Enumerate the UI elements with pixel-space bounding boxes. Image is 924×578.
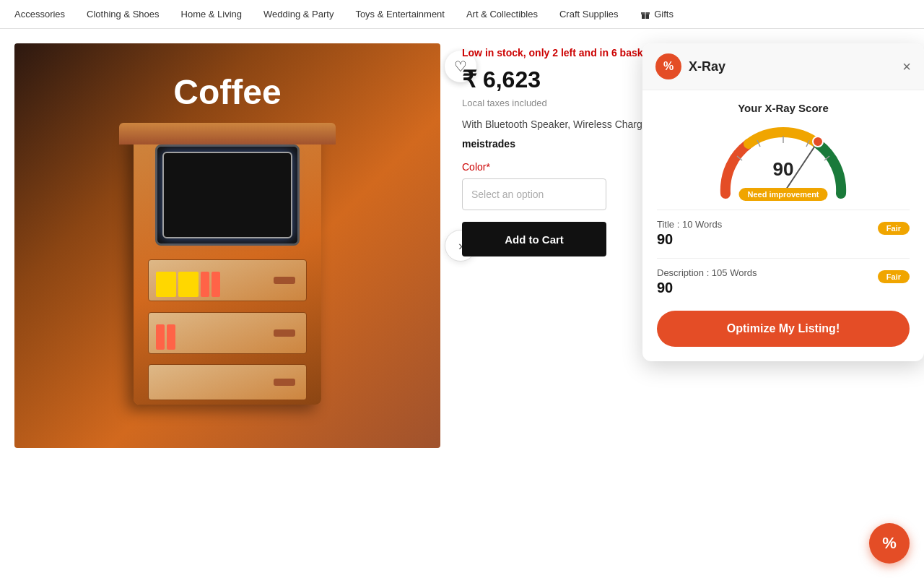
- xray-panel: % X-Ray × Your X-Ray Score: [642, 43, 924, 361]
- cabinet-illustration: [126, 130, 328, 434]
- main-content: Coffee: [0, 29, 924, 578]
- nav-item-toys[interactable]: Toys & Entertainment: [355, 9, 445, 20]
- xray-close-button[interactable]: ×: [902, 59, 911, 75]
- gauge-score: 90: [773, 158, 794, 181]
- product-image: Coffee: [14, 43, 440, 448]
- xray-icon: %: [655, 53, 681, 79]
- nav-item-art[interactable]: Art & Collectibles: [466, 9, 538, 20]
- xray-divider-2: [657, 258, 910, 259]
- gauge-container: 90 Need improvement: [711, 121, 855, 201]
- xray-header: % X-Ray ×: [642, 43, 924, 90]
- floating-xray-icon: %: [882, 534, 897, 553]
- description-fair-badge: Fair: [878, 270, 910, 283]
- nav-item-craft[interactable]: Craft Supplies: [559, 9, 619, 20]
- product-info: Low in stock, only 2 left and in 6 baske…: [462, 43, 910, 564]
- xray-header-left: % X-Ray: [655, 53, 725, 79]
- svg-point-10: [813, 137, 823, 147]
- xray-body: Your X-Ray Score: [642, 90, 924, 361]
- score-title: Your X-Ray Score: [657, 102, 910, 114]
- description-score-value: 90: [657, 280, 757, 296]
- description-score-left: Description : 105 Words 90: [657, 267, 757, 296]
- color-select[interactable]: Select an option: [462, 178, 606, 210]
- nav-item-clothing[interactable]: Clothing & Shoes: [87, 9, 159, 20]
- gauge-badge: Need improvement: [738, 188, 827, 201]
- nav-item-gifts[interactable]: Gifts: [640, 9, 674, 20]
- add-to-cart-button[interactable]: Add to Cart: [462, 222, 606, 256]
- title-score-row: Title : 10 Words 90 Fair: [657, 219, 910, 248]
- description-score-label: Description : 105 Words: [657, 267, 757, 278]
- title-score-left: Title : 10 Words 90: [657, 219, 722, 248]
- nav-item-wedding[interactable]: Wedding & Party: [263, 9, 334, 20]
- nav-item-home[interactable]: Home & Living: [181, 9, 243, 20]
- product-image-text: Coffee: [173, 72, 281, 112]
- title-fair-badge: Fair: [878, 222, 910, 235]
- description-score-row: Description : 105 Words 90 Fair: [657, 267, 910, 296]
- title-score-value: 90: [657, 231, 722, 248]
- xray-divider-1: [657, 210, 910, 210]
- product-image-container: Coffee: [14, 43, 440, 448]
- nav-item-accessories[interactable]: Accessories: [14, 9, 65, 20]
- floating-xray-button[interactable]: %: [869, 523, 910, 564]
- xray-title: X-Ray: [689, 59, 725, 74]
- title-score-label: Title : 10 Words: [657, 219, 722, 230]
- top-nav: Accessories Clothing & Shoes Home & Livi…: [0, 0, 924, 29]
- optimize-button[interactable]: Optimize My Listing!: [657, 311, 910, 347]
